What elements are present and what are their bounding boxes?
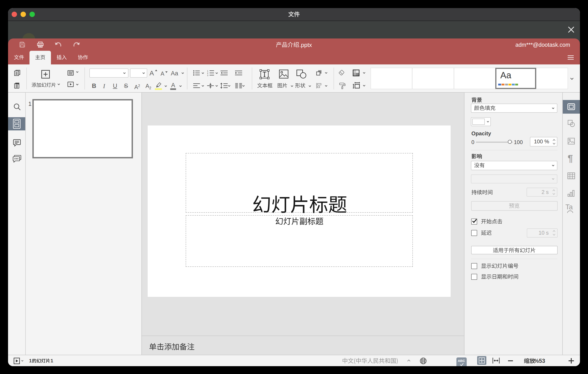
svg-text:3: 3 [207, 74, 208, 77]
